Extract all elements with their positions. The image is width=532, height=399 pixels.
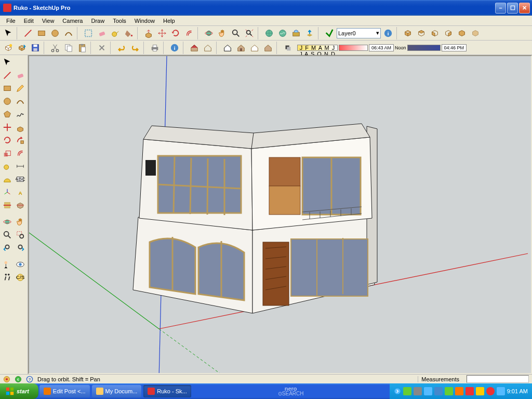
shadow-time-end[interactable]: 04:46 PM bbox=[442, 44, 467, 51]
line2-icon[interactable] bbox=[1, 69, 14, 82]
tape2-icon[interactable] bbox=[1, 160, 14, 172]
layer-visibility-icon[interactable] bbox=[323, 27, 336, 39]
viewport-3d[interactable] bbox=[28, 55, 532, 374]
geolocation-status-icon[interactable] bbox=[3, 376, 10, 383]
pan-tool-icon[interactable] bbox=[216, 27, 229, 39]
layer-manager-icon[interactable]: i bbox=[382, 27, 394, 39]
section-fill-icon[interactable]: C/S bbox=[14, 271, 26, 284]
pencil-icon[interactable] bbox=[14, 82, 26, 95]
top-view-icon[interactable] bbox=[415, 27, 428, 39]
house-no-roof-icon[interactable] bbox=[248, 42, 261, 54]
rotate-tool-icon[interactable] bbox=[169, 27, 182, 39]
menu-tools[interactable]: Tools bbox=[109, 17, 130, 25]
section-icon[interactable] bbox=[1, 199, 14, 211]
help-status-icon[interactable]: ? bbox=[26, 376, 33, 383]
protractor-icon[interactable] bbox=[1, 173, 14, 185]
freehand-icon[interactable] bbox=[14, 108, 26, 121]
minimize-button[interactable]: – bbox=[495, 3, 506, 14]
zoom2-icon[interactable] bbox=[1, 229, 14, 241]
pushpull2-icon[interactable] bbox=[14, 121, 26, 134]
tray-icon[interactable] bbox=[424, 387, 432, 395]
house-shaded-icon[interactable] bbox=[235, 42, 247, 54]
maximize-button[interactable]: ☐ bbox=[507, 3, 518, 14]
front-view-icon[interactable] bbox=[429, 27, 441, 39]
tray-icon[interactable] bbox=[476, 387, 484, 395]
dimension-icon[interactable] bbox=[14, 160, 26, 172]
circle-tool-icon[interactable] bbox=[49, 27, 61, 39]
house-icon-1[interactable] bbox=[188, 42, 201, 54]
menu-file[interactable]: File bbox=[2, 17, 20, 25]
redo-icon[interactable] bbox=[129, 42, 141, 54]
taskbar-item-editpost[interactable]: Edit Post <... bbox=[39, 385, 90, 397]
orbit2-icon[interactable] bbox=[1, 216, 14, 228]
iso-view-icon[interactable] bbox=[402, 27, 414, 39]
left-view-icon[interactable] bbox=[469, 27, 482, 39]
tray-icon[interactable] bbox=[403, 387, 411, 395]
toggle-terrain-icon[interactable] bbox=[276, 27, 289, 39]
next-view-icon[interactable] bbox=[14, 242, 26, 254]
start-button[interactable]: start bbox=[0, 383, 38, 399]
taskbar-clock[interactable]: 9:01 AM bbox=[507, 388, 528, 394]
erase-icon[interactable] bbox=[96, 42, 108, 54]
tray-icon[interactable] bbox=[434, 387, 443, 395]
back-view-icon[interactable] bbox=[456, 27, 468, 39]
paste-icon[interactable] bbox=[76, 42, 88, 54]
save-file-icon[interactable] bbox=[29, 42, 42, 54]
nero-search[interactable]: nero⊙SEARCH bbox=[278, 387, 304, 396]
prev-view-icon[interactable] bbox=[1, 242, 14, 254]
menu-window[interactable]: Window bbox=[130, 17, 159, 25]
move2-icon[interactable] bbox=[1, 121, 14, 134]
select-tool-icon[interactable] bbox=[2, 27, 15, 39]
scale-icon[interactable] bbox=[1, 147, 14, 159]
model-info-icon[interactable]: i bbox=[168, 42, 181, 54]
house-wire-icon[interactable] bbox=[202, 42, 214, 54]
shadow-time-gradient-am[interactable] bbox=[339, 45, 368, 51]
rectangle-tool-icon[interactable] bbox=[35, 27, 48, 39]
menu-help[interactable]: Help bbox=[159, 17, 179, 25]
right-view-icon[interactable] bbox=[442, 27, 455, 39]
photo-textures-icon[interactable] bbox=[290, 27, 302, 39]
taskbar-item-mydocs[interactable]: My Docum... bbox=[92, 385, 142, 397]
tray-icon[interactable] bbox=[466, 387, 474, 395]
orbit-tool-icon[interactable] bbox=[203, 27, 215, 39]
walk-icon[interactable] bbox=[1, 271, 14, 284]
followme-icon[interactable] bbox=[14, 134, 26, 147]
taskbar-item-ruko[interactable]: Ruko - Sk... bbox=[143, 385, 191, 397]
zoom-window-icon[interactable] bbox=[14, 229, 26, 241]
tray-icon[interactable] bbox=[445, 387, 453, 395]
position-camera-icon[interactable] bbox=[1, 258, 14, 271]
tray-volume-icon[interactable] bbox=[497, 387, 505, 395]
3dtext-icon[interactable]: A bbox=[14, 186, 26, 198]
undo-icon[interactable] bbox=[115, 42, 128, 54]
paint-bucket-icon[interactable] bbox=[123, 27, 135, 39]
menu-view[interactable]: View bbox=[38, 17, 59, 25]
zoom-extents-icon[interactable] bbox=[243, 27, 256, 39]
move-tool-icon[interactable] bbox=[156, 27, 168, 39]
shadow-date-slider[interactable]: J F M A M J J A S O N D bbox=[297, 45, 338, 51]
shadows-toggle-icon[interactable] bbox=[282, 42, 294, 54]
arc-tool-icon[interactable] bbox=[62, 27, 75, 39]
house-ground-icon[interactable] bbox=[262, 42, 274, 54]
rotate2-icon[interactable] bbox=[1, 134, 14, 147]
credits-status-icon[interactable]: ¢ bbox=[15, 376, 22, 383]
tape-measure-icon[interactable] bbox=[109, 27, 122, 39]
menu-draw[interactable]: Draw bbox=[87, 17, 109, 25]
tray-show-hidden-icon[interactable] bbox=[394, 388, 401, 395]
rect2-icon[interactable] bbox=[1, 82, 14, 95]
arc2-icon[interactable] bbox=[14, 95, 26, 108]
circle2-icon[interactable] bbox=[1, 95, 14, 108]
new-file-icon[interactable] bbox=[2, 42, 15, 54]
measurements-input[interactable] bbox=[467, 375, 529, 383]
tray-icon[interactable] bbox=[455, 387, 463, 395]
look-around-icon[interactable] bbox=[14, 258, 26, 271]
eraser2-icon[interactable] bbox=[14, 69, 26, 82]
tray-icon[interactable] bbox=[414, 387, 422, 395]
zoom-tool-icon[interactable] bbox=[230, 27, 242, 39]
shadow-time-start[interactable]: 06:43 AM bbox=[369, 44, 394, 51]
system-tray[interactable]: 9:01 AM bbox=[390, 383, 532, 399]
select-icon[interactable] bbox=[1, 56, 14, 69]
polygon-icon[interactable] bbox=[1, 108, 14, 121]
copy-icon[interactable] bbox=[62, 42, 75, 54]
close-button[interactable]: ✕ bbox=[519, 3, 530, 14]
layer-dropdown[interactable]: Layer0 bbox=[337, 28, 381, 38]
